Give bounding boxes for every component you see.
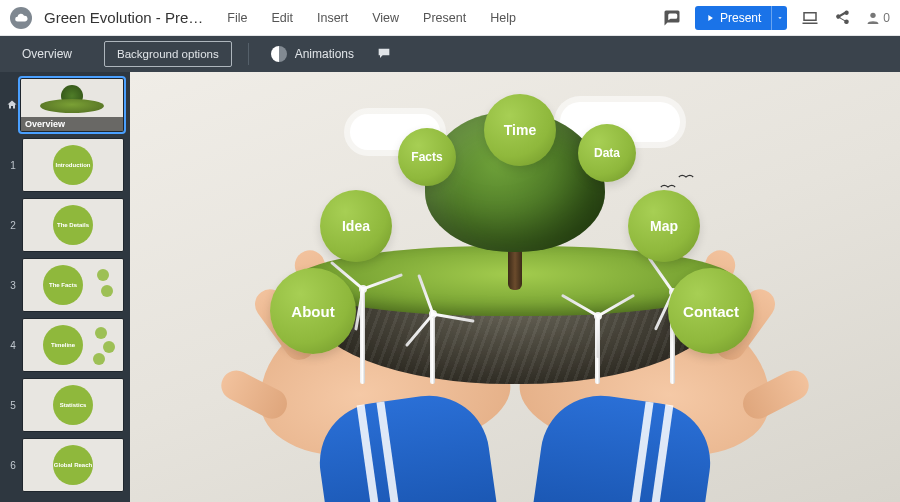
wind-turbine [430, 314, 435, 384]
slide-thumbnail[interactable]: The Details [22, 198, 124, 252]
collaborators[interactable]: 0 [865, 10, 890, 26]
slide-row-5[interactable]: 5 Statistics [6, 378, 124, 432]
document-title[interactable]: Green Evolution - Pre… [44, 9, 203, 26]
slide-thumbnail[interactable]: Statistics [22, 378, 124, 432]
overview-thumbnail-label: Overview [21, 117, 123, 131]
slide-number: 2 [6, 220, 20, 231]
topic-bubble-idea[interactable]: Idea [320, 190, 392, 262]
slide-number: 4 [6, 340, 20, 351]
menu-insert[interactable]: Insert [317, 11, 348, 25]
wind-turbine [360, 289, 365, 384]
menu-bar: File Edit Insert View Present Help [227, 11, 516, 25]
app-header: Green Evolution - Pre… File Edit Insert … [0, 0, 900, 36]
slide-row-1[interactable]: 1 Introduction [6, 138, 124, 192]
header-actions: Present 0 [663, 6, 890, 30]
menu-present[interactable]: Present [423, 11, 466, 25]
slide-number: 6 [6, 460, 20, 471]
app-logo-icon[interactable] [10, 7, 32, 29]
svg-point-0 [871, 12, 876, 17]
editor-canvas[interactable]: About Idea Facts Time Data Map Contact [130, 72, 900, 502]
present-dropdown[interactable] [771, 6, 787, 30]
slide-row-3[interactable]: 3 The Facts [6, 258, 124, 312]
remote-present-icon[interactable] [801, 9, 819, 27]
play-icon [705, 13, 715, 23]
comments-icon[interactable] [663, 9, 681, 27]
menu-file[interactable]: File [227, 11, 247, 25]
menu-edit[interactable]: Edit [271, 11, 293, 25]
topic-bubble-map[interactable]: Map [628, 190, 700, 262]
topic-bubble-contact[interactable]: Contact [668, 268, 754, 354]
wind-turbine [595, 316, 600, 384]
slide-row-4[interactable]: 4 Timeline [6, 318, 124, 372]
slide-number: 3 [6, 280, 20, 291]
bird-decoration [660, 177, 676, 187]
slide-thumbnail[interactable]: Global Reach [22, 438, 124, 492]
slide-sidebar: Overview 1 Introduction 2 The Details 3 … [0, 72, 130, 502]
main-area: Overview 1 Introduction 2 The Details 3 … [0, 72, 900, 502]
share-icon[interactable] [833, 9, 851, 27]
chevron-down-icon [776, 14, 784, 22]
topic-bubble-about[interactable]: About [270, 268, 356, 354]
animations-label: Animations [295, 47, 354, 61]
person-icon [865, 10, 881, 26]
menu-view[interactable]: View [372, 11, 399, 25]
toolbar-separator [248, 43, 249, 65]
secondary-toolbar: Overview Background options Animations [0, 36, 900, 72]
slide-row-2[interactable]: 2 The Details [6, 198, 124, 252]
tab-overview[interactable]: Overview [0, 36, 94, 72]
collaborators-count: 0 [883, 11, 890, 25]
slide-thumbnail[interactable]: Timeline [22, 318, 124, 372]
slide-number: 5 [6, 400, 20, 411]
slide-row-6[interactable]: 6 Global Reach [6, 438, 124, 492]
presenter-notes-button[interactable] [370, 46, 398, 62]
home-icon [6, 99, 18, 111]
speech-bubble-icon [376, 46, 392, 62]
bird-decoration [678, 167, 694, 177]
topic-bubble-facts[interactable]: Facts [398, 128, 456, 186]
present-button-label: Present [720, 11, 761, 25]
slide-number: 1 [6, 160, 20, 171]
overview-slide-row[interactable]: Overview [6, 78, 124, 132]
present-button[interactable]: Present [695, 6, 787, 30]
background-options-button[interactable]: Background options [104, 41, 232, 67]
topic-bubble-time[interactable]: Time [484, 94, 556, 166]
slide-thumbnail[interactable]: Introduction [22, 138, 124, 192]
animations-icon [271, 46, 287, 62]
animations-button[interactable]: Animations [265, 46, 360, 62]
menu-help[interactable]: Help [490, 11, 516, 25]
topic-bubble-data[interactable]: Data [578, 124, 636, 182]
slide-thumbnail[interactable]: The Facts [22, 258, 124, 312]
overview-thumbnail[interactable]: Overview [20, 78, 124, 132]
